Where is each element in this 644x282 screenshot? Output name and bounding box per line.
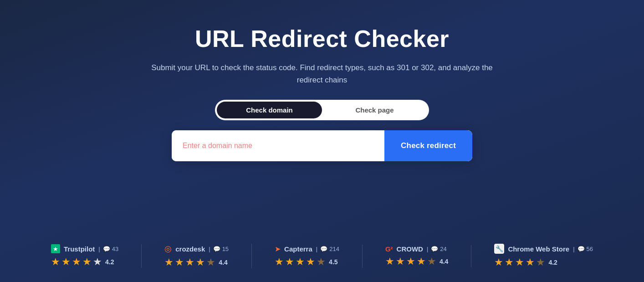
check-redirect-button[interactable]: Check redirect — [384, 130, 472, 161]
star-3: ★ — [515, 256, 524, 268]
chat-icon: 💬 — [213, 246, 220, 252]
rating-capterra: ➤ Capterra 💬 214 ★ ★ ★ ★ ★ 4.5 — [252, 245, 363, 268]
star-1: ★ — [51, 256, 60, 268]
ratings-bar: ★ Trustpilot 💬 43 ★ ★ ★ ★ ★ 4.2 ◎ crozde… — [0, 244, 644, 268]
chat-icon: 💬 — [578, 246, 585, 252]
star-5: ★ — [93, 256, 102, 268]
star-3: ★ — [406, 256, 415, 267]
star-4: ★ — [526, 256, 535, 268]
chrome-icon: 🔧 — [494, 244, 504, 254]
star-4: ★ — [306, 256, 315, 268]
trustpilot-label: Trustpilot — [64, 245, 95, 253]
crozdesk-reviews: 💬 15 — [209, 246, 229, 252]
star-3: ★ — [72, 256, 81, 268]
capterra-reviews: 💬 214 — [316, 246, 339, 252]
star-1: ★ — [275, 256, 284, 268]
crozdesk-icon: ◎ — [164, 244, 172, 254]
star-2: ★ — [505, 256, 514, 268]
domain-input[interactable] — [172, 130, 384, 161]
star-5: ★ — [427, 256, 436, 267]
star-5: ★ — [317, 256, 326, 268]
rating-chrome: 🔧 Chrome Web Store 💬 56 ★ ★ ★ ★ ★ 4.2 — [471, 244, 616, 268]
star-4: ★ — [82, 256, 92, 268]
trustpilot-reviews: 💬 43 — [98, 246, 118, 252]
tab-check-domain[interactable]: Check domain — [217, 102, 322, 118]
star-1: ★ — [494, 256, 503, 268]
capterra-stars: ★ ★ ★ ★ ★ 4.5 — [275, 256, 337, 268]
star-1: ★ — [164, 256, 174, 268]
chrome-stars: ★ ★ ★ ★ ★ 4.2 — [494, 256, 557, 268]
star-2: ★ — [396, 256, 405, 267]
rating-header-g2: G² CROWD 💬 24 — [385, 245, 447, 253]
star-2: ★ — [61, 256, 71, 268]
chat-icon: 💬 — [103, 246, 110, 252]
g2-icon: G² — [385, 245, 393, 253]
capterra-score: 4.5 — [329, 258, 337, 266]
capterra-icon: ➤ — [275, 245, 281, 253]
g2-stars: ★ ★ ★ ★ ★ 4.4 — [385, 256, 448, 267]
chrome-reviews: 💬 56 — [573, 246, 593, 252]
star-3: ★ — [185, 256, 194, 268]
g2-score: 4.4 — [440, 258, 448, 265]
trustpilot-stars: ★ ★ ★ ★ ★ 4.2 — [51, 256, 114, 268]
crozdesk-label: crozdesk — [175, 245, 205, 253]
star-4: ★ — [196, 256, 205, 268]
star-2: ★ — [175, 256, 184, 268]
page-title: URL Redirect Checker — [195, 25, 449, 52]
star-4: ★ — [417, 256, 426, 267]
rating-g2: G² CROWD 💬 24 ★ ★ ★ ★ ★ 4.4 — [363, 245, 471, 267]
hero-section: URL Redirect Checker Submit your URL to … — [0, 0, 644, 161]
rating-header-chrome: 🔧 Chrome Web Store 💬 56 — [494, 244, 593, 254]
rating-crozdesk: ◎ crozdesk 💬 15 ★ ★ ★ ★ ★ 4.4 — [142, 244, 252, 268]
star-1: ★ — [385, 256, 394, 267]
rating-header-trustpilot: ★ Trustpilot 💬 43 — [51, 244, 118, 253]
rating-header-crozdesk: ◎ crozdesk 💬 15 — [164, 244, 229, 254]
star-2: ★ — [285, 256, 294, 268]
capterra-label: Capterra — [284, 245, 312, 253]
page-subtitle: Submit your URL to check the status code… — [144, 62, 500, 86]
star-5: ★ — [536, 256, 545, 268]
tab-switcher: Check domain Check page — [215, 100, 429, 120]
star-5: ★ — [206, 256, 215, 268]
rating-header-capterra: ➤ Capterra 💬 214 — [275, 245, 339, 253]
crozdesk-score: 4.4 — [219, 259, 227, 266]
chat-icon: 💬 — [431, 246, 438, 252]
star-3: ★ — [296, 256, 305, 268]
search-bar: Check redirect — [172, 130, 472, 161]
trustpilot-score: 4.2 — [105, 258, 114, 266]
rating-trustpilot: ★ Trustpilot 💬 43 ★ ★ ★ ★ ★ 4.2 — [28, 244, 142, 268]
g2-label: CROWD — [397, 245, 423, 253]
chat-icon: 💬 — [320, 246, 327, 252]
trustpilot-icon: ★ — [51, 244, 60, 253]
chrome-score: 4.2 — [548, 259, 557, 266]
chrome-label: Chrome Web Store — [508, 245, 569, 253]
tab-check-page[interactable]: Check page — [322, 102, 427, 118]
crozdesk-stars: ★ ★ ★ ★ ★ 4.4 — [164, 256, 227, 268]
g2-reviews: 💬 24 — [427, 246, 447, 252]
